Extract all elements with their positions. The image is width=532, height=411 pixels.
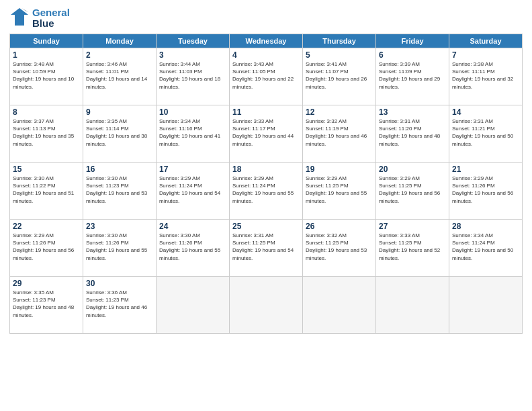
weekday-header: Monday [83,34,157,48]
calendar-cell: 3 Sunrise: 3:44 AM Sunset: 11:03 PM Dayl… [157,48,230,105]
day-number: 8 [13,107,80,117]
day-number: 28 [452,222,519,231]
logo-text: GeneralBlue [32,7,70,30]
calendar-cell: 25 Sunrise: 3:31 AM Sunset: 11:25 PM Day… [230,220,303,277]
calendar-cell: 23 Sunrise: 3:30 AM Sunset: 11:26 PM Day… [83,220,157,277]
day-number: 9 [86,107,153,117]
day-info: Sunrise: 3:30 AM Sunset: 11:26 PM Daylig… [86,232,153,262]
day-info: Sunrise: 3:31 AM Sunset: 11:25 PM Daylig… [232,232,300,262]
day-number: 15 [13,165,80,174]
day-number: 19 [306,165,373,174]
day-info: Sunrise: 3:33 AM Sunset: 11:17 PM Daylig… [232,118,300,148]
calendar-cell: 5 Sunrise: 3:41 AM Sunset: 11:07 PM Dayl… [303,48,376,105]
day-number: 2 [86,50,153,60]
calendar-cell [449,277,523,334]
day-number: 11 [232,107,300,117]
day-info: Sunrise: 3:33 AM Sunset: 11:25 PM Daylig… [379,232,446,262]
calendar-cell: 2 Sunrise: 3:46 AM Sunset: 11:01 PM Dayl… [83,48,157,105]
day-info: Sunrise: 3:34 AM Sunset: 11:24 PM Daylig… [452,232,519,262]
calendar-cell: 29 Sunrise: 3:35 AM Sunset: 11:23 PM Day… [10,277,83,334]
day-info: Sunrise: 3:29 AM Sunset: 11:25 PM Daylig… [379,175,446,205]
calendar-cell: 12 Sunrise: 3:32 AM Sunset: 11:19 PM Day… [303,105,376,163]
calendar-cell: 30 Sunrise: 3:36 AM Sunset: 11:23 PM Day… [83,277,157,334]
day-number: 13 [379,107,446,117]
day-number: 10 [159,107,226,117]
weekday-header: Saturday [449,34,523,48]
calendar-cell: 26 Sunrise: 3:32 AM Sunset: 11:25 PM Day… [303,220,376,277]
day-number: 30 [86,279,153,288]
calendar-cell: 28 Sunrise: 3:34 AM Sunset: 11:24 PM Day… [449,220,523,277]
calendar-cell: 20 Sunrise: 3:29 AM Sunset: 11:25 PM Day… [376,163,449,220]
calendar-cell: 17 Sunrise: 3:29 AM Sunset: 11:24 PM Day… [157,163,230,220]
calendar-cell: 24 Sunrise: 3:30 AM Sunset: 11:26 PM Day… [157,220,230,277]
day-number: 4 [232,50,300,60]
calendar-cell [157,277,230,334]
day-number: 27 [379,222,446,231]
calendar-cell: 8 Sunrise: 3:37 AM Sunset: 11:13 PM Dayl… [10,105,83,163]
calendar-cell: 10 Sunrise: 3:34 AM Sunset: 11:16 PM Day… [157,105,230,163]
calendar-table: SundayMondayTuesdayWednesdayThursdayFrid… [9,34,523,334]
weekday-header: Sunday [10,34,83,48]
calendar-cell: 27 Sunrise: 3:33 AM Sunset: 11:25 PM Day… [376,220,449,277]
calendar-cell: 14 Sunrise: 3:31 AM Sunset: 11:21 PM Day… [449,105,523,163]
calendar-cell: 11 Sunrise: 3:33 AM Sunset: 11:17 PM Day… [230,105,303,163]
day-number: 24 [159,222,226,231]
day-number: 20 [379,165,446,174]
day-number: 25 [232,222,300,231]
day-number: 29 [13,279,80,288]
day-info: Sunrise: 3:38 AM Sunset: 11:11 PM Daylig… [452,60,519,91]
calendar-cell: 19 Sunrise: 3:29 AM Sunset: 11:25 PM Day… [303,163,376,220]
day-number: 6 [379,50,446,60]
calendar-cell: 1 Sunrise: 3:48 AM Sunset: 10:59 PM Dayl… [10,48,83,105]
day-number: 14 [452,107,519,117]
day-info: Sunrise: 3:34 AM Sunset: 11:16 PM Daylig… [159,118,226,148]
calendar-cell [376,277,449,334]
day-info: Sunrise: 3:48 AM Sunset: 10:59 PM Daylig… [13,60,80,91]
day-info: Sunrise: 3:29 AM Sunset: 11:24 PM Daylig… [159,175,226,205]
calendar-cell [303,277,376,334]
calendar-cell: 7 Sunrise: 3:38 AM Sunset: 11:11 PM Dayl… [449,48,523,105]
day-info: Sunrise: 3:29 AM Sunset: 11:26 PM Daylig… [13,232,80,262]
day-info: Sunrise: 3:36 AM Sunset: 11:23 PM Daylig… [86,289,153,319]
day-info: Sunrise: 3:37 AM Sunset: 11:13 PM Daylig… [13,118,80,148]
header: GeneralBlue [9,7,523,30]
calendar-cell: 18 Sunrise: 3:29 AM Sunset: 11:24 PM Day… [230,163,303,220]
calendar-cell [230,277,303,334]
day-number: 7 [452,50,519,60]
weekday-header: Thursday [303,34,376,48]
day-number: 3 [159,50,226,60]
calendar-cell: 6 Sunrise: 3:39 AM Sunset: 11:09 PM Dayl… [376,48,449,105]
day-number: 26 [306,222,373,231]
day-info: Sunrise: 3:29 AM Sunset: 11:24 PM Daylig… [232,175,300,205]
calendar-cell: 15 Sunrise: 3:30 AM Sunset: 11:22 PM Day… [10,163,83,220]
day-info: Sunrise: 3:30 AM Sunset: 11:26 PM Daylig… [159,232,226,262]
day-info: Sunrise: 3:39 AM Sunset: 11:09 PM Daylig… [379,60,446,91]
weekday-header: Wednesday [230,34,303,48]
day-info: Sunrise: 3:30 AM Sunset: 11:23 PM Daylig… [86,175,153,205]
weekday-header: Friday [376,34,449,48]
day-info: Sunrise: 3:46 AM Sunset: 11:01 PM Daylig… [86,60,153,91]
day-info: Sunrise: 3:30 AM Sunset: 11:22 PM Daylig… [13,175,80,205]
day-info: Sunrise: 3:31 AM Sunset: 11:21 PM Daylig… [452,118,519,148]
logo-icon [9,7,30,30]
day-info: Sunrise: 3:29 AM Sunset: 11:25 PM Daylig… [306,175,373,205]
day-number: 18 [232,165,300,174]
day-number: 12 [306,107,373,117]
calendar-cell: 9 Sunrise: 3:35 AM Sunset: 11:14 PM Dayl… [83,105,157,163]
day-info: Sunrise: 3:43 AM Sunset: 11:05 PM Daylig… [232,60,300,91]
day-info: Sunrise: 3:32 AM Sunset: 11:25 PM Daylig… [306,232,373,262]
weekday-header: Tuesday [157,34,230,48]
day-info: Sunrise: 3:35 AM Sunset: 11:23 PM Daylig… [13,289,80,319]
day-number: 23 [86,222,153,231]
day-info: Sunrise: 3:35 AM Sunset: 11:14 PM Daylig… [86,118,153,148]
calendar-cell: 13 Sunrise: 3:31 AM Sunset: 11:20 PM Day… [376,105,449,163]
day-number: 22 [13,222,80,231]
day-info: Sunrise: 3:29 AM Sunset: 11:26 PM Daylig… [452,175,519,205]
calendar-cell: 16 Sunrise: 3:30 AM Sunset: 11:23 PM Day… [83,163,157,220]
logo: GeneralBlue [9,7,70,30]
day-number: 17 [159,165,226,174]
day-number: 16 [86,165,153,174]
day-info: Sunrise: 3:41 AM Sunset: 11:07 PM Daylig… [306,60,373,91]
calendar-cell: 22 Sunrise: 3:29 AM Sunset: 11:26 PM Day… [10,220,83,277]
page-container: GeneralBlue SundayMondayTuesdayWednesday… [0,0,532,411]
